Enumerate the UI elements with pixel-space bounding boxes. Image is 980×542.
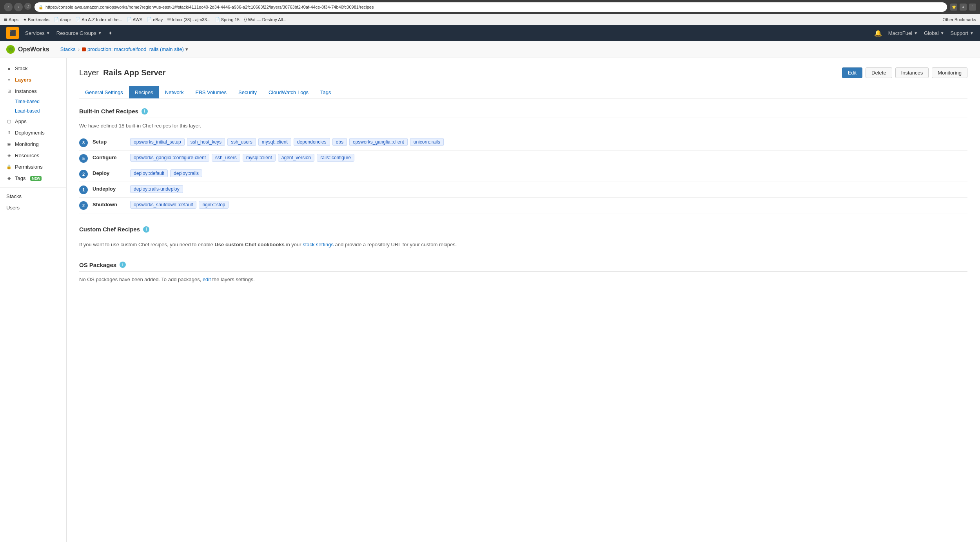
recipe-tag[interactable]: ssh_host_keys — [187, 138, 225, 146]
recipe-tag[interactable]: unicorn::rails — [410, 138, 444, 146]
delete-button[interactable]: Delete — [866, 67, 892, 78]
edit-button[interactable]: Edit — [842, 67, 862, 78]
address-bar[interactable]: 🔒 https://console.aws.amazon.com/opswork… — [34, 2, 947, 12]
other-bookmarks[interactable]: Other Bookmarks — [942, 17, 976, 22]
opsworks-nav: 🌿 OpsWorks Stacks › production: macrofue… — [0, 41, 980, 58]
sidebar-item-stack[interactable]: ■ Stack — [0, 63, 66, 74]
recipe-tag[interactable]: deploy::rails-undeploy — [130, 185, 183, 193]
stack-icon: ■ — [6, 66, 12, 71]
tab-recipes[interactable]: Recipes — [129, 86, 159, 98]
stack-color-dot — [82, 47, 86, 51]
aws-nav-right: MacroFuel ▼ Global ▼ Support ▼ — [888, 30, 974, 36]
recipe-row: 2Shutdownopsworks_shutdown::defaultnginx… — [79, 198, 967, 213]
notification-bell-icon[interactable]: 🔔 — [874, 29, 882, 37]
instances-button[interactable]: Instances — [895, 67, 929, 78]
resources-icon: ◈ — [6, 153, 12, 158]
recipe-tags: deploy::rails-undeploy — [130, 185, 183, 193]
account-nav-item[interactable]: MacroFuel ▼ — [888, 30, 918, 36]
stacks-breadcrumb-link[interactable]: Stacks — [60, 46, 76, 52]
browser-nav-buttons: ‹ › ↺ — [4, 3, 31, 11]
recipe-tag[interactable]: ssh_users — [212, 154, 240, 162]
tab-security[interactable]: Security — [232, 86, 263, 98]
sidebar-item-monitoring[interactable]: ◉ Monitoring — [0, 138, 66, 150]
reload-button[interactable]: ↺ — [24, 3, 31, 10]
recipe-tags: deploy::defaultdeploy::rails — [130, 169, 202, 177]
os-packages-edit-link[interactable]: edit — [203, 276, 211, 282]
bookmark-wat[interactable]: {} Wat — Destroy All... — [244, 17, 287, 22]
aws-logo[interactable]: ⬛ — [6, 27, 19, 39]
sidebar-item-instances[interactable]: ⊞ Instances — [0, 85, 66, 97]
tab-ebs-volumes[interactable]: EBS Volumes — [190, 86, 233, 98]
pin-nav-item[interactable]: ✦ — [108, 30, 113, 36]
tab-cloudwatch-logs[interactable]: CloudWatch Logs — [263, 86, 314, 98]
sidebar-item-deployments[interactable]: ⇑ Deployments — [0, 127, 66, 138]
tab-general-settings[interactable]: General Settings — [79, 86, 129, 98]
recipe-tag[interactable]: dependencies — [294, 138, 330, 146]
bookmark-ebay[interactable]: 📄 eBay — [147, 17, 163, 22]
recipe-tag[interactable]: agent_version — [278, 154, 314, 162]
aws-bookmark-icon: 📄 — [127, 17, 132, 22]
recipe-tag[interactable]: mysql::client — [258, 138, 291, 146]
monitoring-button[interactable]: Monitoring — [932, 67, 967, 78]
os-packages-info-icon[interactable]: i — [120, 262, 126, 268]
browser-chrome: ‹ › ↺ 🔒 https://console.aws.amazon.com/o… — [0, 0, 980, 14]
sidebar-item-tags[interactable]: ◆ Tags NEW — [0, 173, 66, 184]
bookmark-daapr[interactable]: 📄 daapr — [54, 17, 71, 22]
tab-tags[interactable]: Tags — [314, 86, 337, 98]
sidebar-item-apps[interactable]: ▢ Apps — [0, 116, 66, 127]
custom-chef-section: Custom Chef Recipes i If you want to use… — [79, 226, 967, 249]
recipe-tag[interactable]: deploy::rails — [170, 169, 202, 177]
sidebar-item-stacks[interactable]: Stacks — [0, 191, 66, 202]
recipe-tag[interactable]: opsworks_ganglia::client — [349, 138, 408, 146]
builtin-chef-info-icon[interactable]: i — [142, 108, 148, 115]
tab-network[interactable]: Network — [159, 86, 190, 98]
bookmark-aws[interactable]: 📄 AWS — [127, 17, 143, 22]
builtin-chef-section: Built-in Chef Recipes i We have defined … — [79, 108, 967, 213]
support-chevron-icon: ▼ — [970, 31, 974, 35]
resource-groups-nav-item[interactable]: Resource Groups ▼ — [56, 30, 102, 36]
recipe-tag[interactable]: ebs — [332, 138, 347, 146]
recipe-tag[interactable]: opsworks_ganglia::configure-client — [130, 154, 209, 162]
sidebar: ■ Stack ≡ Layers ⊞ Instances Time-based … — [0, 58, 67, 542]
sidebar-item-users[interactable]: Users — [0, 202, 66, 213]
content-area: Layer Rails App Server Edit Delete Insta… — [67, 58, 980, 542]
monitoring-icon: ◉ — [6, 142, 12, 147]
sidebar-item-resources[interactable]: ◈ Resources — [0, 150, 66, 161]
bookmark-spring[interactable]: 📄 Spring 15 — [215, 17, 240, 22]
os-packages-desc: No OS packages have been added. To add p… — [79, 276, 967, 282]
recipe-tags: opsworks_shutdown::defaultnginx::stop — [130, 201, 229, 209]
sidebar-item-load-based[interactable]: Load-based — [0, 106, 66, 116]
recipe-tag[interactable]: nginx::stop — [199, 201, 229, 209]
sidebar-item-permissions[interactable]: 🔒 Permissions — [0, 161, 66, 173]
sidebar-item-time-based[interactable]: Time-based — [0, 97, 66, 106]
extensions-icon[interactable]: ⭐ — [950, 4, 957, 11]
page-actions: Edit Delete Instances Monitoring — [842, 67, 967, 78]
bookmark-az-index[interactable]: 📄 An A-Z Index of the... — [76, 17, 122, 22]
current-stack-breadcrumb-link[interactable]: production: macrofuelfood_rails (main si… — [87, 46, 184, 52]
back-button[interactable]: ‹ — [4, 3, 13, 11]
deployments-icon: ⇑ — [6, 130, 12, 136]
bookmark-apps[interactable]: ☰ Apps — [4, 17, 18, 22]
recipe-row: 2Deploydeploy::defaultdeploy::rails — [79, 166, 967, 182]
region-nav-item[interactable]: Global ▼ — [924, 30, 944, 36]
recipe-tag[interactable]: ssh_users — [227, 138, 256, 146]
recipe-tag[interactable]: rails::configure — [317, 154, 354, 162]
menu-icon[interactable]: ⋮ — [969, 4, 976, 11]
sidebar-item-layers[interactable]: ≡ Layers — [0, 74, 66, 85]
support-nav-item[interactable]: Support ▼ — [951, 30, 974, 36]
bookmark-star-icon[interactable]: ★ — [960, 4, 967, 11]
custom-chef-info-icon[interactable]: i — [143, 226, 149, 233]
apps-icon: ▢ — [6, 119, 12, 124]
forward-button[interactable]: › — [14, 3, 23, 11]
bookmark-bookmarks[interactable]: ★ Bookmarks — [23, 17, 49, 22]
recipe-tag[interactable]: opsworks_shutdown::default — [130, 201, 196, 209]
bookmark-inbox[interactable]: ✉ Inbox (38) - ajm33... — [167, 17, 210, 22]
page-header: Layer Rails App Server Edit Delete Insta… — [79, 67, 967, 78]
recipe-tag[interactable]: mysql::client — [243, 154, 276, 162]
stack-settings-link[interactable]: stack settings — [303, 242, 334, 247]
recipe-tag[interactable]: opsworks_initial_setup — [130, 138, 185, 146]
services-nav-item[interactable]: Services ▼ — [25, 30, 50, 36]
stack-dropdown-chevron-icon[interactable]: ▾ — [185, 46, 188, 52]
recipe-tag[interactable]: deploy::default — [130, 169, 168, 177]
recipe-count-badge: 2 — [79, 170, 88, 178]
